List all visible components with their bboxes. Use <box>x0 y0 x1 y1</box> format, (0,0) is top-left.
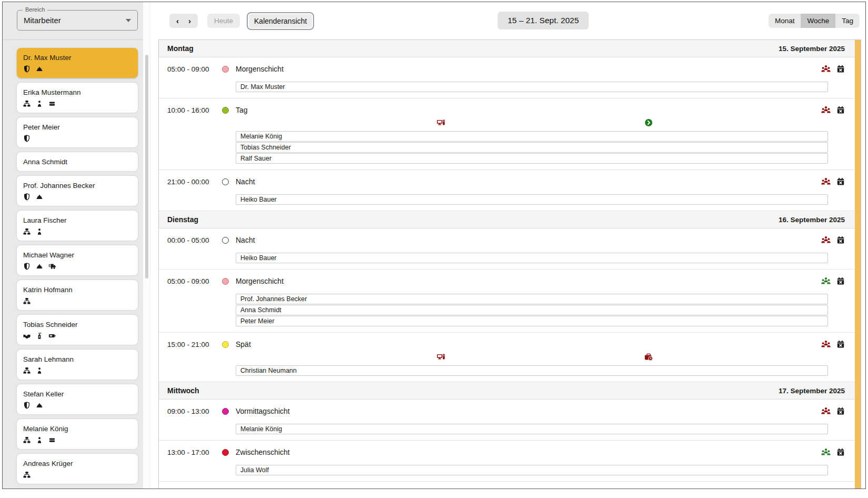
shift-actions <box>821 276 845 286</box>
employee-card[interactable]: Peter Meier <box>17 117 138 147</box>
assigned-person[interactable]: Heiko Bauer <box>236 253 828 263</box>
employee-qualification-icons <box>23 471 132 479</box>
prev-button[interactable]: ‹ <box>171 14 184 28</box>
computer-icon <box>437 118 445 127</box>
shift-title: Nacht <box>236 236 255 244</box>
assigned-person[interactable]: Prof. Johannes Becker <box>236 294 828 304</box>
shift-color-dot <box>222 341 229 348</box>
users-icon[interactable] <box>821 235 831 245</box>
users-icon[interactable] <box>821 105 831 115</box>
shift-actions <box>821 406 845 416</box>
users-icon[interactable] <box>821 177 831 186</box>
calendar-panel: Montag15. September 202505:00 - 09:00Mor… <box>158 39 861 489</box>
users-icon[interactable] <box>821 64 831 74</box>
shift-summary: 13:00 - 17:00Zwischenschicht <box>159 447 861 457</box>
employee-card[interactable]: Stefan Keller <box>17 384 138 414</box>
shift-row: 21:00 - 00:00NachtHeiko Bauer <box>159 170 861 211</box>
shift-summary: 09:00 - 13:00Vormittagschicht <box>159 406 861 416</box>
shift-title: Zwischenschicht <box>236 448 290 456</box>
assigned-person[interactable]: Anna Schmidt <box>236 305 828 315</box>
assigned-person[interactable]: Tobias Schneider <box>236 142 828 153</box>
assigned-people: Melanie König <box>236 424 828 434</box>
employee-card[interactable]: Katrin Hofmann <box>17 280 138 310</box>
users-icon[interactable] <box>821 406 831 416</box>
employee-name: Sarah Lehmann <box>23 354 132 363</box>
day-name: Mittwoch <box>167 386 199 395</box>
employee-name: Katrin Hofmann <box>23 285 132 294</box>
employee-card[interactable]: Erika Mustermann <box>17 83 138 113</box>
shield-icon <box>23 193 31 201</box>
sitemap-icon <box>23 297 31 305</box>
person-icon <box>36 100 43 107</box>
shift-summary: 10:00 - 16:00Tag <box>159 105 861 115</box>
assigned-person[interactable]: Heiko Bauer <box>236 194 828 205</box>
employee-name: Prof. Johannes Becker <box>23 181 132 190</box>
calendar-xmark-icon[interactable] <box>836 236 845 244</box>
calendar-xmark-icon[interactable] <box>836 277 845 285</box>
shift-timeline <box>159 116 861 129</box>
assigned-person[interactable]: Julia Wolf <box>236 465 828 475</box>
shift-summary: 15:00 - 21:00Spät <box>159 339 861 350</box>
employee-card[interactable]: Melanie König <box>17 419 138 449</box>
view-tab-monat[interactable]: Monat <box>769 14 801 28</box>
calendar-xmark-icon[interactable] <box>836 407 845 415</box>
shift-summary: 05:00 - 09:00Morgenschicht <box>159 64 861 74</box>
employee-card[interactable]: Michael Wagner <box>17 245 138 275</box>
calendar-scrollbar[interactable] <box>855 40 861 489</box>
users-icon[interactable] <box>821 447 831 457</box>
employee-name: Anna Schmidt <box>23 157 132 166</box>
employee-card[interactable]: Dr. Max Muster <box>17 48 138 78</box>
date-range-badge[interactable]: 15 – 21. Sept. 2025 <box>498 12 589 29</box>
heute-button[interactable]: Heute <box>207 14 240 28</box>
shift-time: 10:00 - 16:00 <box>167 106 222 114</box>
assigned-person[interactable]: Melanie König <box>236 131 828 142</box>
shift-actions <box>821 235 845 245</box>
calendar-xmark-icon[interactable] <box>836 65 845 73</box>
shield-icon <box>23 65 31 73</box>
shift-title: Morgenschicht <box>236 65 284 73</box>
sidebar-scrollbar-thumb[interactable] <box>145 55 148 278</box>
calendar-xmark-icon[interactable] <box>836 340 845 348</box>
employee-name: Michael Wagner <box>23 250 132 259</box>
shield-icon <box>23 263 31 270</box>
assigned-people: Julia Wolf <box>236 465 828 475</box>
employee-name: Tobias Schneider <box>23 320 132 328</box>
employee-card[interactable]: Laura Fischer <box>17 211 138 241</box>
date-nav-group: ‹ › <box>169 14 198 28</box>
shift-row: 13:00 - 17:00ZwischenschichtJulia Wolf <box>159 441 861 482</box>
assigned-person[interactable]: Ralf Sauer <box>236 153 828 164</box>
employee-name: Laura Fischer <box>23 215 132 224</box>
shift-color-dot <box>222 66 229 73</box>
view-tab-tag[interactable]: Tag <box>835 14 860 28</box>
next-button[interactable]: › <box>184 14 196 28</box>
shift-title: Spät <box>236 340 251 348</box>
users-icon[interactable] <box>821 340 831 349</box>
employee-card[interactable]: Tobias Schneider <box>17 315 138 345</box>
calendar-xmark-icon[interactable] <box>836 448 845 456</box>
bereich-select[interactable]: Bereich Mitarbeiter <box>17 10 138 31</box>
assigned-person[interactable]: Peter Meier <box>236 316 828 326</box>
view-tab-woche[interactable]: Woche <box>801 14 835 28</box>
assigned-person[interactable]: Christian Neumann <box>236 365 828 376</box>
sanitizer-bottle-icon <box>36 332 43 340</box>
employee-card[interactable]: Anna Schmidt <box>17 152 138 171</box>
shift-row: 09:00 - 13:00VormittagschichtMelanie Kön… <box>159 400 861 441</box>
calendar-xmark-icon[interactable] <box>836 177 845 186</box>
assigned-person[interactable]: Dr. Max Muster <box>236 82 828 92</box>
kalenderansicht-button[interactable]: Kalenderansicht <box>247 12 314 30</box>
shift-time: 09:00 - 13:00 <box>167 407 222 415</box>
shift-summary: 00:00 - 05:00Nacht <box>159 235 861 245</box>
sidebar-scrollbar[interactable] <box>143 2 150 489</box>
employee-card[interactable]: Prof. Johannes Becker <box>17 176 138 206</box>
handshake-icon <box>23 332 31 340</box>
users-icon[interactable] <box>821 276 831 286</box>
calendar-xmark-icon[interactable] <box>836 106 845 114</box>
assigned-person[interactable]: Melanie König <box>236 424 828 434</box>
day-date: 16. September 2025 <box>779 216 845 224</box>
assigned-people: Dr. Max Muster <box>236 82 828 92</box>
day-name: Montag <box>167 44 194 53</box>
shield-icon <box>23 402 31 409</box>
employee-qualification-icons <box>23 367 132 374</box>
employee-card[interactable]: Sarah Lehmann <box>17 350 138 380</box>
employee-card[interactable]: Andreas Krüger <box>17 454 138 484</box>
